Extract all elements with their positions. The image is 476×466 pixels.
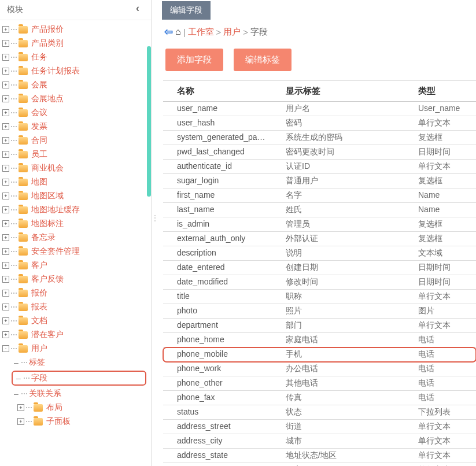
sidebar-item-label[interactable]: 关联关系	[29, 389, 61, 399]
sidebar-item-label[interactable]: 标签	[29, 357, 45, 368]
expand-icon[interactable]: +	[2, 206, 9, 213]
expand-icon[interactable]: +	[2, 331, 9, 338]
sidebar-item[interactable]: +⋯会展地点	[1, 92, 151, 106]
back-icon[interactable]: ⇦	[164, 25, 173, 38]
expand-icon[interactable]: +	[2, 151, 9, 158]
table-row[interactable]: phone_home家庭电话电话	[163, 333, 476, 347]
expand-icon[interactable]: +	[2, 262, 9, 269]
sidebar-item[interactable]: –⋯字段	[12, 371, 146, 386]
expand-icon[interactable]: +	[2, 82, 9, 88]
sidebar-item[interactable]: +⋯会展	[1, 78, 151, 92]
add-field-button[interactable]: 添加字段	[165, 49, 223, 71]
sidebar-item[interactable]: +⋯报价	[1, 286, 151, 300]
table-row[interactable]: department部门单行文本	[163, 319, 476, 333]
sidebar-item[interactable]: +⋯备忘录	[1, 231, 151, 245]
expand-icon[interactable]: +	[2, 165, 9, 172]
table-row[interactable]: first_name名字Name	[163, 188, 476, 203]
expand-icon[interactable]: +	[2, 40, 9, 47]
sidebar-item-label[interactable]: 地图地址缓存	[31, 205, 80, 215]
expand-icon[interactable]: +	[2, 137, 9, 144]
table-row[interactable]: address_state地址状态/地区单行文本	[163, 449, 476, 463]
sidebar-item-label[interactable]: 商业机会	[31, 163, 64, 173]
expand-icon[interactable]: +	[17, 418, 24, 425]
col-type[interactable]: 类型	[412, 81, 476, 101]
table-row[interactable]: address_city城市单行文本	[163, 434, 476, 449]
sidebar-item-label[interactable]: 会展	[31, 80, 47, 90]
sidebar-item-label[interactable]: 报表	[31, 302, 47, 312]
table-row[interactable]: address_country国家单行文本	[163, 463, 476, 466]
sidebar-item-label[interactable]: 用户	[31, 343, 47, 354]
sidebar-item-label[interactable]: 产品类别	[31, 38, 64, 49]
expand-icon[interactable]: +	[2, 109, 9, 116]
sidebar-item-label[interactable]: 子面板	[46, 416, 71, 427]
sidebar-item[interactable]: +⋯安全套件管理	[1, 245, 151, 258]
sidebar-item[interactable]: +⋯产品类别	[1, 36, 151, 50]
sidebar-item[interactable]: -⋯用户	[1, 342, 151, 356]
expand-icon[interactable]: +	[2, 220, 9, 227]
table-row[interactable]: external_auth_only外部认证复选框	[163, 232, 476, 246]
sidebar-item-label[interactable]: 任务	[31, 52, 47, 62]
table-row[interactable]: pwd_last_changed密码更改时间日期时间	[163, 145, 476, 160]
table-row[interactable]: user_hash密码单行文本	[163, 116, 476, 131]
table-row[interactable]: status状态下拉列表	[163, 405, 476, 420]
breadcrumb-studio[interactable]: 工作室	[188, 27, 214, 38]
scrollbar-thumb[interactable]	[147, 46, 151, 197]
sidebar-item-label[interactable]: 发票	[31, 121, 47, 132]
expand-icon[interactable]: +	[2, 179, 9, 186]
sidebar-item[interactable]: +⋯商业机会	[1, 161, 151, 175]
sidebar-item[interactable]: +⋯发票	[1, 120, 151, 134]
sidebar-item[interactable]: +⋯任务计划报表	[1, 64, 151, 78]
home-icon[interactable]: ⌂	[175, 27, 181, 37]
sidebar-item[interactable]: +⋯地图	[1, 175, 151, 189]
expand-icon[interactable]: +	[2, 304, 9, 310]
table-row[interactable]: phone_other其他电话电话	[163, 376, 476, 391]
sidebar-item[interactable]: +⋯任务	[1, 50, 151, 64]
table-row[interactable]: last_name姓氏Name	[163, 203, 476, 217]
table-row[interactable]: user_name用户名User_name	[163, 102, 476, 116]
sidebar-item[interactable]: +⋯客户反馈	[1, 272, 151, 286]
table-row[interactable]: is_admin管理员复选框	[163, 217, 476, 232]
col-label[interactable]: 显示标签	[272, 81, 412, 101]
table-row[interactable]: date_modified修改时间日期时间	[163, 275, 476, 290]
tab-edit-fields[interactable]: 编辑字段	[162, 1, 211, 20]
sidebar-item[interactable]: +⋯布局	[1, 401, 151, 415]
table-row[interactable]: sugar_login普通用户复选框	[163, 174, 476, 188]
expand-icon[interactable]: +	[2, 276, 9, 283]
sidebar-item-label[interactable]: 文档	[31, 316, 47, 326]
sidebar-item[interactable]: +⋯文档	[1, 314, 151, 328]
sidebar-item[interactable]: +⋯合同	[1, 134, 151, 147]
sidebar-item-label[interactable]: 地图区域	[31, 191, 64, 201]
sidebar-item-label[interactable]: 客户	[31, 260, 47, 271]
table-row[interactable]: phone_fax传真电话	[163, 391, 476, 405]
sidebar-item[interactable]: –⋯标签	[1, 356, 151, 369]
sidebar-item-label[interactable]: 安全套件管理	[31, 246, 80, 257]
expand-icon[interactable]: -	[2, 345, 9, 352]
expand-icon[interactable]: +	[2, 317, 9, 324]
sidebar-item[interactable]: +⋯客户	[1, 258, 151, 272]
sidebar-item-label[interactable]: 客户反馈	[31, 274, 64, 284]
sidebar-item[interactable]: +⋯员工	[1, 147, 151, 161]
sidebar-item-label[interactable]: 地图标注	[31, 219, 64, 229]
edit-labels-button[interactable]: 编辑标签	[234, 49, 291, 71]
table-row[interactable]: date_entered创建日期日期时间	[163, 261, 476, 275]
table-row[interactable]: title职称单行文本	[163, 290, 476, 304]
table-row[interactable]: authenticate_id认证ID单行文本	[163, 160, 476, 174]
sidebar-item-label[interactable]: 合同	[31, 135, 47, 146]
sidebar-item[interactable]: +⋯子面板	[1, 415, 151, 428]
sidebar-item-label[interactable]: 字段	[31, 373, 47, 383]
breadcrumb-user[interactable]: 用户	[223, 27, 241, 38]
table-row[interactable]: phone_work办公电话电话	[163, 362, 476, 376]
sidebar-item[interactable]: +⋯报表	[1, 300, 151, 314]
table-row[interactable]: photo照片图片	[163, 304, 476, 319]
expand-icon[interactable]: +	[2, 234, 9, 241]
expand-icon[interactable]: +	[2, 123, 9, 130]
sidebar-item[interactable]: +⋯会议	[1, 106, 151, 120]
expand-icon[interactable]: +	[2, 68, 9, 75]
table-row[interactable]: address_street街道单行文本	[163, 420, 476, 434]
sidebar-item[interactable]: +⋯地图标注	[1, 217, 151, 231]
sidebar-item[interactable]: +⋯潜在客户	[1, 328, 151, 342]
sidebar-item-label[interactable]: 员工	[31, 149, 47, 160]
sidebar-item[interactable]: +⋯产品报价	[1, 23, 151, 36]
sidebar-item-label[interactable]: 产品报价	[31, 24, 64, 35]
sidebar-item-label[interactable]: 报价	[31, 288, 47, 298]
